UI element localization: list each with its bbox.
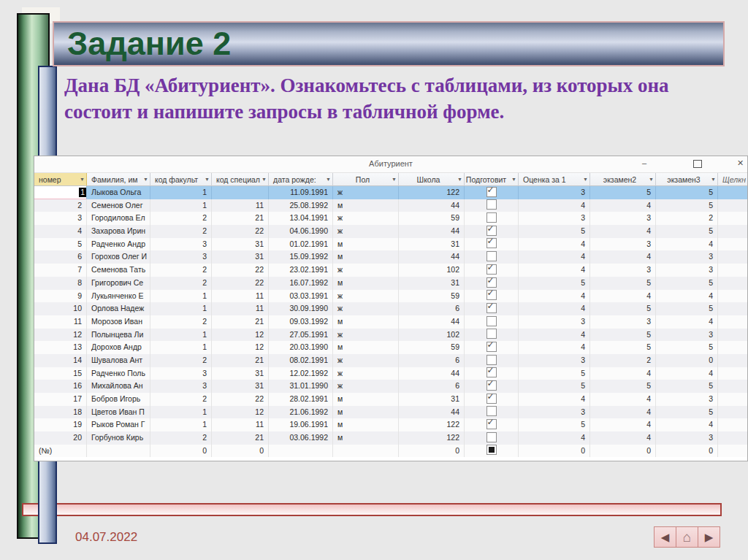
- cell-fac[interactable]: 1: [150, 329, 212, 342]
- cell-prep[interactable]: [465, 445, 519, 458]
- column-dropdown-icon[interactable]: ▼: [392, 173, 397, 186]
- nav-forward-button[interactable]: ▶: [698, 527, 720, 547]
- checkbox-unchecked-icon[interactable]: [486, 199, 497, 210]
- cell-bdate[interactable]: 27.05.1991: [269, 329, 333, 342]
- cell-mark1[interactable]: 5: [519, 367, 590, 380]
- cell-fac[interactable]: 3: [150, 238, 212, 251]
- cell-name[interactable]: Михайлова Ан: [87, 380, 150, 393]
- column-header-ex3[interactable]: экзамен3▼: [656, 173, 718, 186]
- cell-bdate[interactable]: 23.02.1991: [269, 264, 333, 277]
- cell-add[interactable]: [718, 367, 748, 380]
- cell-sex[interactable]: ж: [333, 264, 399, 277]
- cell-mark1[interactable]: 5: [519, 225, 590, 238]
- checkbox-unchecked-icon[interactable]: [486, 316, 497, 326]
- cell-ex3[interactable]: 4: [656, 290, 718, 303]
- cell-school[interactable]: 31: [399, 277, 465, 290]
- window-titlebar[interactable]: Абитуриент – ✕: [34, 156, 747, 173]
- cell-add[interactable]: [718, 354, 748, 367]
- column-header-mark1[interactable]: Оценка за 1▼: [519, 173, 590, 186]
- cell-school[interactable]: 31: [399, 393, 465, 406]
- cell-prep[interactable]: [465, 315, 519, 329]
- cell-ex3[interactable]: 5: [656, 225, 718, 238]
- cell-fac[interactable]: 1: [150, 406, 212, 419]
- cell-add[interactable]: [718, 302, 748, 315]
- cell-ex2[interactable]: 3: [590, 315, 656, 329]
- cell-mark1[interactable]: 0: [519, 445, 590, 458]
- cell-num[interactable]: 2: [34, 199, 87, 212]
- cell-bdate[interactable]: [269, 445, 333, 458]
- cell-fac[interactable]: 0: [150, 445, 212, 458]
- column-dropdown-icon[interactable]: ▼: [457, 173, 462, 186]
- cell-name[interactable]: Полынцева Ли: [87, 329, 150, 342]
- cell-mark1[interactable]: 4: [519, 393, 590, 406]
- checkbox-checked-icon[interactable]: [486, 277, 497, 288]
- cell-num[interactable]: 9: [34, 290, 87, 303]
- cell-school[interactable]: 44: [399, 225, 465, 238]
- cell-spec[interactable]: 22: [212, 277, 269, 290]
- cell-mark1[interactable]: 4: [519, 431, 590, 445]
- column-dropdown-icon[interactable]: ▼: [711, 173, 716, 186]
- cell-mark1[interactable]: 4: [519, 199, 590, 212]
- cell-sex[interactable]: м: [333, 199, 399, 212]
- cell-sex[interactable]: м: [333, 277, 399, 290]
- cell-sex[interactable]: м: [333, 393, 399, 406]
- cell-school[interactable]: 0: [399, 445, 465, 458]
- cell-spec[interactable]: 11: [212, 290, 269, 303]
- checkbox-checked-icon[interactable]: [486, 264, 497, 275]
- cell-bdate[interactable]: 20.03.1990: [269, 341, 333, 354]
- cell-school[interactable]: 44: [399, 250, 465, 264]
- cell-prep[interactable]: [465, 341, 519, 354]
- cell-spec[interactable]: 11: [212, 418, 269, 431]
- cell-ex3[interactable]: 0: [656, 354, 718, 367]
- cell-spec[interactable]: 11: [212, 302, 269, 315]
- cell-spec[interactable]: 31: [212, 238, 269, 251]
- cell-add[interactable]: [718, 329, 748, 342]
- cell-mark1[interactable]: 5: [519, 277, 590, 290]
- cell-mark1[interactable]: 4: [519, 290, 590, 303]
- cell-bdate[interactable]: 31.01.1990: [269, 380, 333, 393]
- cell-bdate[interactable]: 19.06.1991: [269, 418, 333, 431]
- cell-mark1[interactable]: 3: [519, 212, 590, 225]
- cell-sex[interactable]: ж: [333, 302, 399, 315]
- cell-prep[interactable]: [465, 250, 519, 264]
- cell-fac[interactable]: 2: [150, 277, 212, 290]
- cell-sex[interactable]: м: [333, 250, 399, 264]
- cell-ex2[interactable]: 4: [590, 225, 656, 238]
- cell-num[interactable]: 13: [34, 341, 87, 354]
- cell-num[interactable]: 17: [34, 393, 87, 406]
- column-header-sex[interactable]: Пол▼: [333, 173, 399, 186]
- cell-num[interactable]: 16: [34, 380, 87, 393]
- cell-mark1[interactable]: 4: [519, 238, 590, 251]
- column-header-school[interactable]: Школа▼: [399, 173, 465, 186]
- cell-name[interactable]: Морозов Иван: [87, 315, 150, 329]
- cell-sex[interactable]: м: [333, 315, 399, 329]
- checkbox-unchecked-icon[interactable]: [486, 251, 497, 261]
- cell-prep[interactable]: [465, 354, 519, 367]
- cell-ex3[interactable]: 5: [656, 199, 718, 212]
- cell-bdate[interactable]: 01.02.1991: [269, 238, 333, 251]
- column-dropdown-icon[interactable]: ▼: [262, 173, 267, 186]
- cell-ex3[interactable]: 4: [656, 315, 718, 329]
- cell-spec[interactable]: 31: [212, 367, 269, 380]
- checkbox-checked-icon[interactable]: [486, 367, 497, 377]
- cell-prep[interactable]: [465, 302, 519, 315]
- close-icon[interactable]: ✕: [737, 158, 744, 168]
- cell-ex2[interactable]: 4: [590, 367, 656, 380]
- cell-ex2[interactable]: 4: [590, 250, 656, 264]
- cell-spec[interactable]: 22: [212, 264, 269, 277]
- cell-num[interactable]: 6: [34, 250, 87, 264]
- checkbox-unchecked-icon[interactable]: [486, 432, 497, 442]
- cell-bdate[interactable]: 04.06.1990: [269, 225, 333, 238]
- cell-bdate[interactable]: 03.06.1992: [269, 431, 333, 445]
- cell-ex3[interactable]: 5: [656, 302, 718, 315]
- cell-mark1[interactable]: 3: [519, 315, 590, 329]
- cell-ex3[interactable]: 5: [656, 277, 718, 290]
- cell-fac[interactable]: 1: [150, 302, 212, 315]
- cell-add[interactable]: [718, 418, 748, 431]
- cell-mark1[interactable]: 4: [519, 264, 590, 277]
- cell-ex2[interactable]: 5: [590, 302, 656, 315]
- cell-ex3[interactable]: 2: [656, 212, 718, 225]
- cell-num[interactable]: 4: [34, 225, 87, 238]
- cell-add[interactable]: [718, 445, 748, 458]
- cell-add[interactable]: [718, 199, 748, 212]
